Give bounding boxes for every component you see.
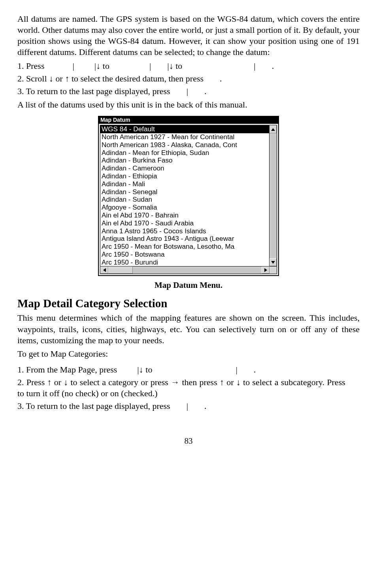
- figure-caption: Map Datum Menu.: [17, 280, 360, 291]
- step3-period: .: [204, 86, 207, 96]
- vertical-scrollbar[interactable]: [270, 125, 277, 266]
- scroll-corner: [270, 267, 277, 274]
- datum-list[interactable]: WGS 84 - DefaultNorth American 1927 - Me…: [100, 125, 270, 266]
- mapcat-step-1: 1. From the Map Page, press |↓ to | .: [17, 364, 360, 375]
- mstep3-period: .: [204, 401, 207, 411]
- step1-pipe-2: |: [149, 61, 151, 71]
- mstep2-b: to turn it off (no check) or on (checked…: [17, 388, 158, 398]
- datum-item[interactable]: Adindan - Cameroon: [100, 164, 269, 172]
- datum-item[interactable]: Ain el Abd 1970 - Bahrain: [100, 212, 269, 219]
- left-arrow-icon: [103, 268, 106, 272]
- datum-item[interactable]: Antigua Island Astro 1943 - Antigua (Lee…: [100, 235, 269, 243]
- change-datum-step-1: 1. Press | |↓ to | |↓ to | .: [17, 61, 360, 72]
- map-datum-window: Map Datum WGS 84 - DefaultNorth American…: [98, 116, 279, 276]
- mapcat-step-2: 2. Press ↑ or ↓ to select a category or …: [17, 377, 360, 399]
- step1-text-a: 1. Press: [17, 61, 47, 71]
- page-number: 83: [17, 436, 360, 446]
- step2-period: .: [220, 74, 222, 83]
- mstep2-a: 2. Press ↑ or ↓ to select a category or …: [17, 377, 348, 387]
- change-datum-step-2: 2. Scroll ↓ or ↑ to select the desired d…: [17, 73, 360, 84]
- scroll-left-button[interactable]: [100, 267, 108, 274]
- step3-pipe: |: [187, 86, 188, 96]
- datum-item[interactable]: Adindan - Burkina Faso: [100, 157, 269, 164]
- datum-item[interactable]: Adindan - Ethiopia: [100, 172, 269, 180]
- intro-paragraph: All datums are named. The GPS system is …: [17, 13, 360, 58]
- step1-pipe-1: |: [72, 61, 74, 71]
- datum-item[interactable]: Arc 1950 - Botswana: [100, 251, 269, 259]
- step1-arrow-1: |↓ to: [94, 61, 112, 71]
- mstep3-pipe: |: [187, 401, 188, 411]
- mstep3-a: 3. To return to the last page displayed,…: [17, 401, 172, 411]
- mstep1-period: .: [254, 365, 256, 374]
- step1-arrow-2: |↓ to: [167, 61, 185, 71]
- datum-item[interactable]: Adindan - Mali: [100, 180, 269, 188]
- datum-list-note: A list of the datums used by this unit i…: [17, 99, 360, 110]
- mstep1-a: 1. From the Map Page, press: [17, 365, 119, 374]
- mstep1-pipe: |: [236, 365, 237, 374]
- datum-item[interactable]: Anna 1 Astro 1965 - Cocos Islands: [100, 227, 269, 235]
- datum-item[interactable]: North American 1983 - Alaska, Canada, Co…: [100, 141, 269, 149]
- datum-item[interactable]: North American 1927 - Mean for Continent…: [100, 133, 269, 141]
- mapcat-step-3: 3. To return to the last page displayed,…: [17, 401, 360, 412]
- up-arrow-icon: [271, 128, 275, 131]
- step1-period: .: [272, 61, 274, 71]
- scroll-down-button[interactable]: [270, 258, 277, 266]
- hscroll-track[interactable]: [108, 267, 262, 274]
- down-arrow-icon: [271, 261, 275, 264]
- mstep1-b: |↓ to: [137, 365, 155, 374]
- step1-pipe-3: |: [254, 61, 255, 71]
- scroll-up-button[interactable]: [270, 125, 277, 133]
- datum-item[interactable]: Arc 1950 - Burundi: [100, 259, 269, 267]
- right-arrow-icon: [264, 268, 267, 272]
- datum-item[interactable]: Adindan - Senegal: [100, 188, 269, 196]
- datum-item[interactable]: Afgooye - Somalia: [100, 204, 269, 212]
- horizontal-scrollbar[interactable]: [100, 266, 277, 274]
- step2-text: 2. Scroll ↓ or ↑ to select the desired d…: [17, 74, 206, 83]
- section-lead: To get to Map Categories:: [17, 348, 360, 359]
- vscroll-track[interactable]: [270, 133, 277, 258]
- section-body: This menu determines which of the mappin…: [17, 312, 360, 346]
- scroll-right-button[interactable]: [262, 267, 270, 274]
- window-title: Map Datum: [99, 117, 278, 124]
- section-heading: Map Detail Category Selection: [17, 296, 360, 311]
- datum-item[interactable]: Ain el Abd 1970 - Saudi Arabia: [100, 219, 269, 227]
- datum-item[interactable]: Arc 1950 - Mean for Botswana, Lesotho, M…: [100, 243, 269, 251]
- step3-text: 3. To return to the last page displayed,…: [17, 86, 172, 96]
- datum-item[interactable]: Adindan - Mean for Ethiopia, Sudan: [100, 149, 269, 157]
- hscroll-thumb[interactable]: [108, 267, 133, 274]
- datum-item[interactable]: WGS 84 - Default: [100, 125, 269, 133]
- change-datum-step-3: 3. To return to the last page displayed,…: [17, 86, 360, 97]
- datum-item[interactable]: Adindan - Sudan: [100, 196, 269, 204]
